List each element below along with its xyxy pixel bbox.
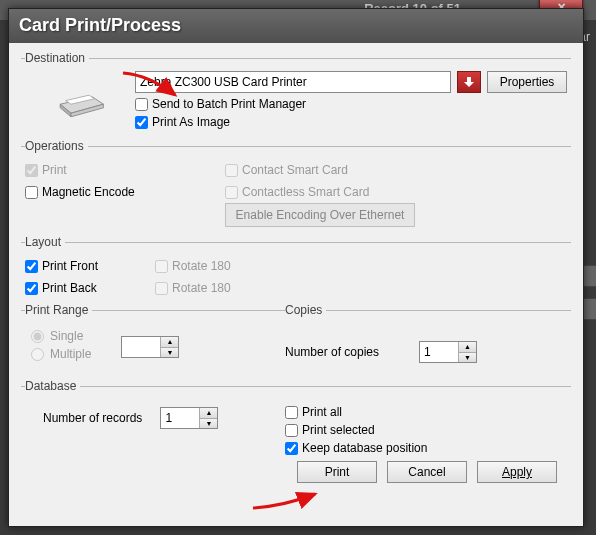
copies-input[interactable] <box>420 342 458 362</box>
layout-group: Layout Print Front Rotate 180 Print Back… <box>21 235 571 297</box>
side-tab-1 <box>582 265 596 287</box>
rotate-back-label: Rotate 180 <box>172 281 231 295</box>
print-back-label: Print Back <box>42 281 97 295</box>
magnetic-label: Magnetic Encode <box>42 185 135 199</box>
cancel-button[interactable]: Cancel <box>387 461 467 483</box>
print-range-group: Print Range Single Multiple <box>21 303 281 373</box>
contactless-label: Contactless Smart Card <box>242 185 369 199</box>
single-radio <box>31 330 44 343</box>
print-op-checkbox <box>25 164 38 177</box>
send-batch-checkbox[interactable] <box>135 98 148 111</box>
num-records-label: Number of records <box>43 411 142 425</box>
apply-button[interactable]: Apply <box>477 461 557 483</box>
print-all-row[interactable]: Print all <box>285 405 567 419</box>
send-batch-label: Send to Batch Print Manager <box>152 97 306 111</box>
side-tab-2 <box>582 298 596 320</box>
printer-refresh-button[interactable] <box>457 71 481 93</box>
range-down-button[interactable]: ▼ <box>160 348 178 358</box>
range-input[interactable] <box>122 337 160 357</box>
dialog-titlebar: Card Print/Process <box>9 9 583 43</box>
multiple-row: Multiple <box>31 347 91 361</box>
print-all-checkbox[interactable] <box>285 406 298 419</box>
records-up-button[interactable]: ▲ <box>199 408 217 419</box>
printer-name: Zebra ZC300 USB Card Printer <box>140 75 307 89</box>
print-front-row[interactable]: Print Front <box>25 259 155 273</box>
records-down-button[interactable]: ▼ <box>199 419 217 429</box>
magnetic-checkbox[interactable] <box>25 186 38 199</box>
rotate-front-checkbox <box>155 260 168 273</box>
destination-legend: Destination <box>25 51 89 65</box>
copies-label: Number of copies <box>285 345 379 359</box>
dialog-title: Card Print/Process <box>19 15 181 35</box>
print-front-label: Print Front <box>42 259 98 273</box>
contact-smart-label: Contact Smart Card <box>242 163 348 177</box>
layout-legend: Layout <box>25 235 65 249</box>
operations-legend: Operations <box>25 139 88 153</box>
print-op-row: Print <box>25 163 225 177</box>
send-batch-row[interactable]: Send to Batch Print Manager <box>135 97 567 111</box>
rotate-front-row: Rotate 180 <box>155 259 305 273</box>
copies-legend: Copies <box>285 303 326 317</box>
print-back-checkbox[interactable] <box>25 282 38 295</box>
enable-ethernet-button: Enable Encoding Over Ethernet <box>225 203 415 227</box>
contact-smart-row: Contact Smart Card <box>225 163 567 177</box>
print-back-row[interactable]: Print Back <box>25 281 155 295</box>
print-as-image-row[interactable]: Print As Image <box>135 115 567 129</box>
print-as-image-label: Print As Image <box>152 115 230 129</box>
records-input[interactable] <box>161 408 199 428</box>
contact-smart-checkbox <box>225 164 238 177</box>
database-group: Database Number of records ▲ ▼ <box>21 379 571 485</box>
multiple-label: Multiple <box>50 347 91 361</box>
database-legend: Database <box>25 379 80 393</box>
print-selected-row[interactable]: Print selected <box>285 423 567 437</box>
print-button[interactable]: Print <box>297 461 377 483</box>
contactless-checkbox <box>225 186 238 199</box>
print-op-label: Print <box>42 163 67 177</box>
properties-button[interactable]: Properties <box>487 71 567 93</box>
print-selected-label: Print selected <box>302 423 375 437</box>
single-row: Single <box>31 329 91 343</box>
keep-position-label: Keep database position <box>302 441 427 455</box>
copies-spinner[interactable]: ▲ ▼ <box>419 341 477 363</box>
print-selected-checkbox[interactable] <box>285 424 298 437</box>
printer-icon <box>25 71 135 131</box>
magnetic-row[interactable]: Magnetic Encode <box>25 185 225 199</box>
printer-select[interactable]: Zebra ZC300 USB Card Printer <box>135 71 451 93</box>
print-front-checkbox[interactable] <box>25 260 38 273</box>
rotate-back-row: Rotate 180 <box>155 281 305 295</box>
contactless-row: Contactless Smart Card <box>225 185 567 199</box>
print-all-label: Print all <box>302 405 342 419</box>
copies-down-button[interactable]: ▼ <box>458 353 476 363</box>
keep-position-checkbox[interactable] <box>285 442 298 455</box>
keep-position-row[interactable]: Keep database position <box>285 441 567 455</box>
print-as-image-checkbox[interactable] <box>135 116 148 129</box>
operations-group: Operations Print Contact Smart Card Magn… <box>21 139 571 229</box>
range-up-button[interactable]: ▲ <box>160 337 178 348</box>
copies-group: Copies Number of copies ▲ ▼ <box>281 303 571 373</box>
copies-up-button[interactable]: ▲ <box>458 342 476 353</box>
multiple-radio <box>31 348 44 361</box>
destination-group: Destination Zebra ZC300 USB Card Printer <box>21 51 571 133</box>
rotate-back-checkbox <box>155 282 168 295</box>
print-range-legend: Print Range <box>25 303 92 317</box>
records-spinner[interactable]: ▲ ▼ <box>160 407 218 429</box>
single-label: Single <box>50 329 83 343</box>
range-spinner[interactable]: ▲ ▼ <box>121 336 179 358</box>
card-print-dialog: Card Print/Process Destination <box>8 8 584 527</box>
rotate-front-label: Rotate 180 <box>172 259 231 273</box>
